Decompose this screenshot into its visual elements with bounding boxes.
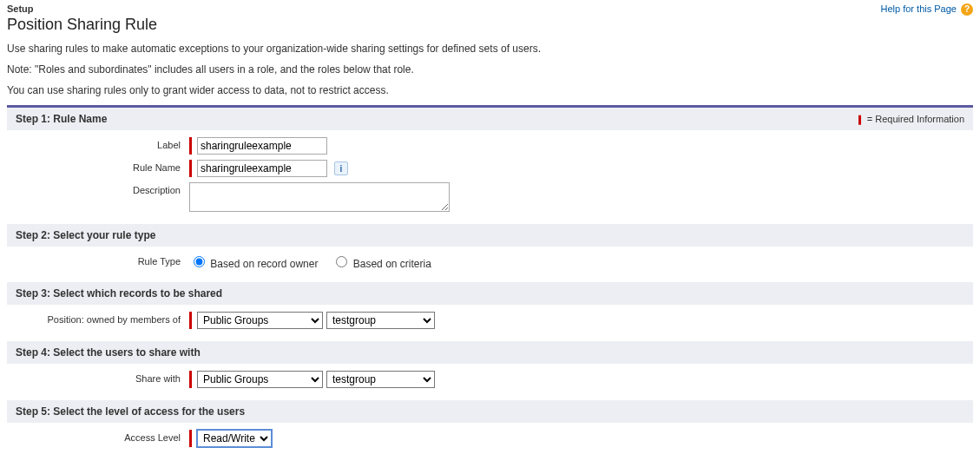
intro-text-2: Note: "Roles and subordinates" includes … bbox=[7, 63, 973, 76]
step2-header: Step 2: Select your rule type bbox=[7, 224, 973, 247]
step4-heading: Step 4: Select the users to share with bbox=[16, 346, 201, 359]
required-bar-icon bbox=[189, 312, 192, 329]
required-info: = Required Information bbox=[858, 114, 964, 125]
owned-category-select[interactable]: Public Groups bbox=[197, 312, 323, 329]
ruletype-criteria-radio[interactable] bbox=[336, 256, 347, 267]
step5-header: Step 5: Select the level of access for t… bbox=[7, 400, 973, 423]
step3-header: Step 3: Select which records to be share… bbox=[7, 282, 973, 305]
help-link[interactable]: Help for this Page bbox=[881, 3, 957, 14]
intro-text-3: You can use sharing rules only to grant … bbox=[7, 84, 973, 96]
required-text: = Required Information bbox=[867, 114, 964, 124]
share-value-select[interactable]: testgroup bbox=[326, 371, 435, 388]
step1-heading: Step 1: Rule Name bbox=[16, 113, 107, 125]
help-for-page[interactable]: Help for this Page ? bbox=[881, 3, 974, 16]
ruletype-criteria-option[interactable]: Based on criteria bbox=[332, 254, 431, 270]
label-input[interactable] bbox=[197, 137, 327, 155]
label-field-label: Label bbox=[16, 137, 189, 150]
intro-text-1: Use sharing rules to make automatic exce… bbox=[7, 43, 973, 55]
ruletype-owner-option[interactable]: Based on record owner bbox=[189, 254, 318, 270]
ruletype-owner-label: Based on record owner bbox=[210, 258, 318, 270]
required-bar-icon bbox=[189, 137, 192, 155]
access-level-label: Access Level bbox=[16, 430, 189, 443]
owned-by-label: Position: owned by members of bbox=[16, 312, 189, 325]
ruletype-field-label: Rule Type bbox=[16, 254, 189, 267]
info-icon[interactable]: i bbox=[334, 161, 348, 175]
page-title: Position Sharing Rule bbox=[7, 16, 973, 34]
ruletype-owner-radio[interactable] bbox=[194, 256, 205, 267]
share-category-select[interactable]: Public Groups bbox=[197, 371, 323, 388]
required-mark-icon bbox=[858, 115, 861, 124]
setup-label: Setup bbox=[7, 3, 973, 14]
required-bar-icon bbox=[189, 160, 192, 177]
description-field-label: Description bbox=[16, 182, 189, 195]
required-bar-icon bbox=[189, 430, 192, 447]
required-bar-icon bbox=[189, 371, 192, 388]
step3-heading: Step 3: Select which records to be share… bbox=[16, 287, 222, 300]
step2-heading: Step 2: Select your rule type bbox=[16, 229, 155, 241]
step1-header: Step 1: Rule Name = Required Information bbox=[7, 108, 973, 130]
help-icon[interactable]: ? bbox=[961, 3, 973, 16]
share-with-label: Share with bbox=[16, 371, 189, 384]
step4-header: Step 4: Select the users to share with bbox=[7, 341, 973, 364]
rulename-field-label: Rule Name bbox=[16, 160, 189, 173]
rulename-input[interactable] bbox=[197, 160, 327, 177]
step5-heading: Step 5: Select the level of access for t… bbox=[16, 405, 245, 418]
ruletype-criteria-label: Based on criteria bbox=[353, 258, 431, 270]
owned-value-select[interactable]: testgroup bbox=[326, 312, 435, 329]
description-textarea[interactable] bbox=[189, 182, 450, 212]
access-level-select[interactable]: Read/Write bbox=[197, 430, 272, 447]
